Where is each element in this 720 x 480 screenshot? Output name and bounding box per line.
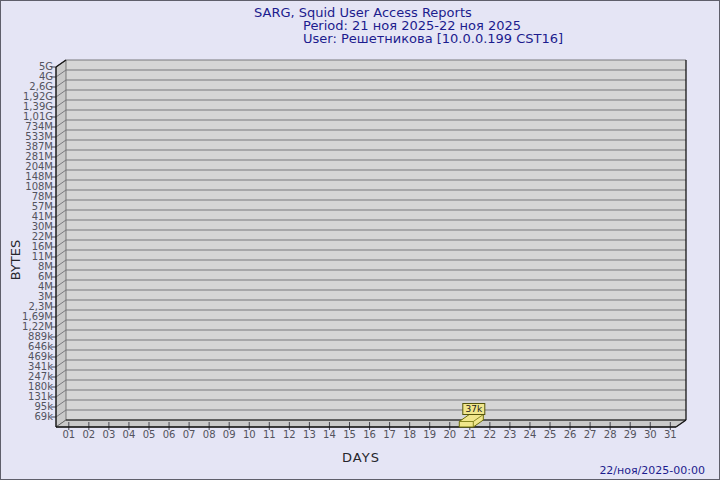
x-tick-label: 16 [359, 430, 380, 440]
x-tick-label: 20 [439, 430, 460, 440]
x-tick-label: 25 [540, 430, 561, 440]
x-tick-label: 02 [78, 430, 99, 440]
x-tick-label: 23 [499, 430, 520, 440]
x-tick-label: 11 [259, 430, 280, 440]
x-tick-label: 15 [339, 430, 360, 440]
y-axis-title: BYTES [8, 220, 22, 300]
x-tick-label: 07 [179, 430, 200, 440]
x-tick-label: 13 [299, 430, 320, 440]
x-tick-label: 09 [219, 430, 240, 440]
x-tick-label: 21 [459, 430, 480, 440]
x-tick-label: 28 [600, 430, 621, 440]
x-tick-label: 14 [319, 430, 340, 440]
x-tick-label: 01 [58, 430, 79, 440]
x-tick-label: 18 [399, 430, 420, 440]
plot-floor [56, 420, 686, 427]
x-tick-label: 04 [118, 430, 139, 440]
x-tick-label: 27 [580, 430, 601, 440]
x-tick-label: 19 [419, 430, 440, 440]
x-axis-title: DAYS [301, 450, 421, 465]
x-tick-label: 12 [279, 430, 300, 440]
x-tick-label: 05 [139, 430, 160, 440]
bar-value-label: 37k [465, 404, 482, 414]
plot-area: 37k [1, 1, 720, 480]
x-tick-label: 30 [640, 430, 661, 440]
x-tick-label: 06 [159, 430, 180, 440]
x-tick-label: 24 [519, 430, 540, 440]
sarg-report-screen: SARG, Squid User Access Reports Period: … [0, 0, 720, 480]
x-tick-label: 26 [560, 430, 581, 440]
generated-date: 22/ноя/2025-00:00 [599, 464, 705, 477]
x-tick-label: 29 [620, 430, 641, 440]
x-tick-label: 03 [98, 430, 119, 440]
x-tick-label: 10 [239, 430, 260, 440]
y-tick-label: 69k [3, 412, 53, 422]
x-tick-label: 17 [379, 430, 400, 440]
x-tick-label: 08 [199, 430, 220, 440]
x-tick-label: 22 [479, 430, 500, 440]
x-tick-label: 31 [660, 430, 681, 440]
